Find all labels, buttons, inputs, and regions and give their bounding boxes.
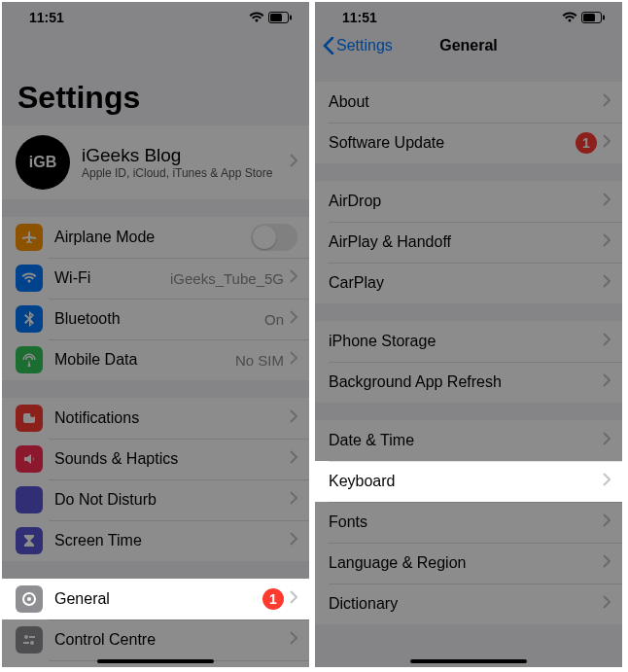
home-indicator[interactable]	[410, 659, 527, 663]
sounds-row[interactable]: Sounds & Haptics	[2, 439, 309, 479]
moon-icon	[16, 486, 43, 513]
nav-bar: Settings General	[315, 27, 622, 64]
speaker-icon	[16, 445, 43, 473]
sliders-icon	[16, 626, 43, 654]
settings-screen: 11:51 Settings iGB iGeeks Blog Apple ID,…	[2, 2, 309, 667]
svg-rect-13	[603, 16, 605, 20]
bluetooth-row[interactable]: Bluetooth On	[2, 299, 309, 339]
about-row[interactable]: About	[315, 82, 622, 123]
chevron-right-icon	[290, 269, 297, 287]
chevron-right-icon	[290, 491, 297, 509]
carplay-label: CarPlay	[329, 274, 384, 292]
airplane-label: Airplane Mode	[54, 229, 155, 246]
profile-name: iGeeks Blog	[82, 145, 290, 166]
wifi-row[interactable]: Wi-Fi iGeeks_Tube_5G	[2, 258, 309, 299]
chevron-left-icon	[323, 37, 334, 54]
airplane-icon	[16, 224, 43, 251]
gear-icon	[16, 585, 43, 613]
chevron-right-icon	[290, 532, 297, 549]
screen-time-row[interactable]: Screen Time	[2, 520, 309, 561]
svg-rect-8	[29, 636, 35, 638]
chevron-right-icon	[603, 233, 611, 251]
bluetooth-label: Bluetooth	[54, 310, 121, 328]
chevron-right-icon	[603, 432, 611, 449]
background-refresh-row[interactable]: Background App Refresh	[315, 362, 622, 403]
keyboard-label: Keyboard	[329, 473, 396, 490]
airdrop-label: AirDrop	[329, 193, 381, 210]
language-label: Language & Region	[329, 554, 466, 572]
chevron-right-icon	[290, 631, 297, 649]
wifi-detail: iGeeks_Tube_5G	[170, 270, 284, 287]
iphone-storage-row[interactable]: iPhone Storage	[315, 321, 622, 362]
avatar: iGB	[16, 135, 70, 190]
chevron-right-icon	[290, 154, 297, 171]
svg-point-9	[30, 641, 34, 645]
svg-rect-2	[290, 16, 292, 20]
language-region-row[interactable]: Language & Region	[315, 543, 622, 584]
chevron-right-icon	[603, 134, 611, 152]
home-indicator[interactable]	[97, 659, 214, 663]
control-centre-label: Control Centre	[54, 631, 156, 649]
battery-icon	[268, 12, 292, 23]
screen-time-label: Screen Time	[54, 532, 142, 549]
airplane-toggle[interactable]	[251, 224, 297, 251]
dictionary-label: Dictionary	[329, 595, 398, 613]
chevron-right-icon	[290, 590, 297, 608]
mobile-data-row[interactable]: Mobile Data No SIM	[2, 339, 309, 380]
notifications-row[interactable]: Notifications	[2, 398, 309, 439]
general-row[interactable]: General 1	[2, 579, 309, 619]
airdrop-row[interactable]: AirDrop	[315, 181, 622, 222]
about-label: About	[329, 93, 369, 111]
chevron-right-icon	[603, 513, 611, 531]
profile-subtitle: Apple ID, iCloud, iTunes & App Store	[82, 166, 290, 180]
back-button[interactable]: Settings	[323, 37, 393, 54]
notifications-label: Notifications	[54, 409, 139, 427]
airplay-row[interactable]: AirPlay & Handoff	[315, 222, 622, 263]
general-screen: 11:51 Settings General About Software Up…	[315, 2, 622, 667]
wifi-row-icon	[16, 265, 43, 292]
date-time-row[interactable]: Date & Time	[315, 420, 622, 461]
fonts-label: Fonts	[329, 513, 367, 531]
status-time: 11:51	[342, 10, 377, 25]
bluetooth-icon	[16, 305, 43, 333]
chevron-right-icon	[290, 450, 297, 468]
svg-rect-10	[23, 642, 29, 644]
back-label: Settings	[336, 37, 393, 54]
software-update-badge: 1	[576, 132, 597, 154]
chevron-right-icon	[290, 310, 297, 328]
fonts-row[interactable]: Fonts	[315, 502, 622, 543]
dnd-row[interactable]: Do Not Disturb	[2, 479, 309, 520]
software-update-row[interactable]: Software Update 1	[315, 123, 622, 163]
date-time-label: Date & Time	[329, 432, 414, 449]
status-bar: 11:51	[2, 2, 309, 27]
chevron-right-icon	[290, 409, 297, 427]
svg-point-6	[27, 597, 31, 601]
chevron-right-icon	[603, 554, 611, 572]
notifications-icon	[16, 405, 43, 432]
chevron-right-icon	[603, 473, 611, 490]
wifi-label: Wi-Fi	[54, 269, 90, 287]
bluetooth-detail: On	[264, 311, 284, 328]
chevron-right-icon	[603, 595, 611, 613]
antenna-icon	[16, 346, 43, 373]
svg-point-7	[24, 635, 28, 639]
svg-rect-12	[583, 14, 595, 21]
carplay-row[interactable]: CarPlay	[315, 263, 622, 303]
chevron-right-icon	[290, 351, 297, 369]
dictionary-row[interactable]: Dictionary	[315, 584, 622, 624]
svg-rect-1	[270, 14, 282, 21]
chevron-right-icon	[603, 274, 611, 292]
software-update-label: Software Update	[329, 134, 444, 152]
airplane-mode-row[interactable]: Airplane Mode	[2, 217, 309, 258]
status-bar: 11:51	[315, 2, 622, 27]
svg-point-4	[30, 412, 35, 417]
bg-refresh-label: Background App Refresh	[329, 373, 502, 391]
keyboard-row[interactable]: Keyboard	[315, 461, 622, 502]
chevron-right-icon	[603, 93, 611, 111]
apple-id-row[interactable]: iGB iGeeks Blog Apple ID, iCloud, iTunes…	[2, 125, 309, 199]
mobile-data-detail: No SIM	[235, 352, 284, 369]
control-centre-row[interactable]: Control Centre	[2, 619, 309, 660]
status-icons	[562, 12, 605, 23]
general-label: General	[54, 590, 110, 608]
battery-icon	[581, 12, 605, 23]
